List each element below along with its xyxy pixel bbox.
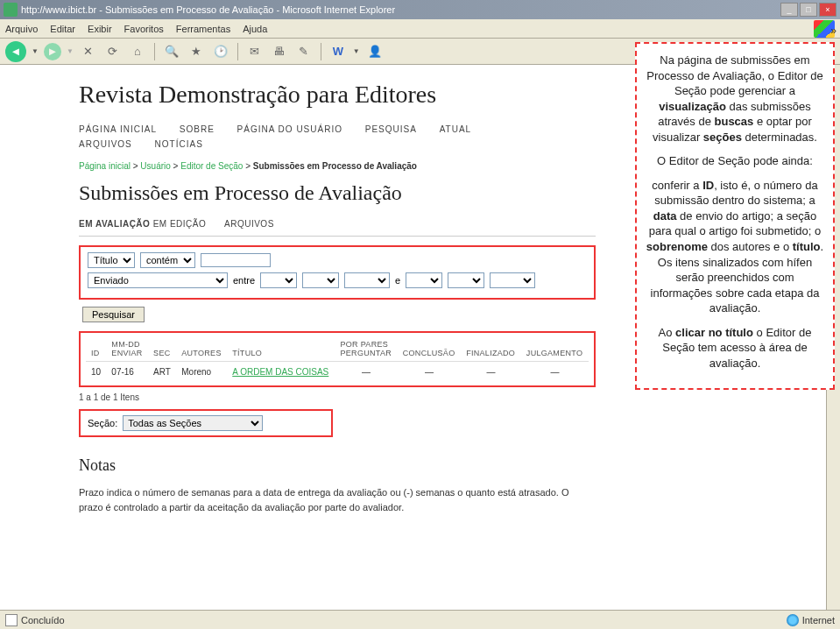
th-enviar: MM-DDENVIAR bbox=[106, 336, 148, 362]
th-autores: AUTORES bbox=[176, 336, 227, 362]
word-button[interactable]: W bbox=[328, 42, 348, 61]
breadcrumb-usuario[interactable]: Usuário bbox=[140, 161, 170, 171]
status-text: Concluído bbox=[21, 615, 65, 625]
fwd-dropdown-icon[interactable]: ▼ bbox=[67, 47, 74, 55]
date-to-month[interactable] bbox=[448, 272, 484, 288]
window-buttons: _ □ × bbox=[780, 3, 836, 17]
search-panel: Título contém Enviado entre e bbox=[79, 245, 596, 300]
word-dropdown-icon[interactable]: ▼ bbox=[353, 47, 360, 55]
window-titlebar: http://www.ibict.br - Submissões em Proc… bbox=[0, 0, 840, 19]
annotation-callout: Na página de submissões em Processo de A… bbox=[635, 42, 835, 390]
menu-arquivo[interactable]: Arquivo bbox=[5, 24, 38, 34]
label-entre: entre bbox=[233, 275, 255, 286]
ie-icon bbox=[4, 3, 18, 17]
nav-noticias[interactable]: NOTÍCIAS bbox=[155, 139, 203, 149]
statusbar: Concluído Internet bbox=[0, 610, 840, 629]
date-from-month[interactable] bbox=[302, 272, 339, 288]
refresh-button[interactable]: ⟳ bbox=[103, 42, 123, 61]
subtabs: EM AVALIAÇÃO EM EDIÇÃO ARQUIVOS bbox=[79, 219, 596, 237]
forward-button[interactable]: ► bbox=[44, 43, 61, 60]
section-label: Seção: bbox=[88, 418, 117, 428]
document-icon bbox=[5, 614, 18, 626]
top-nav-row2: ARQUIVOS NOTÍCIAS bbox=[79, 139, 596, 149]
nav-usuario[interactable]: PÁGINA DO USUÁRIO bbox=[237, 124, 342, 134]
history-button[interactable]: 🕑 bbox=[211, 42, 230, 61]
th-julgamento: JULGAMENTO bbox=[521, 336, 589, 362]
menubar: Arquivo Editar Exibir Favoritos Ferramen… bbox=[0, 19, 840, 39]
menu-ferramentas[interactable]: Ferramentas bbox=[176, 24, 230, 34]
nav-arquivos[interactable]: ARQUIVOS bbox=[79, 139, 132, 149]
nav-sobre[interactable]: SOBRE bbox=[180, 124, 215, 134]
page-title: Submissões em Processo de Avaliação bbox=[79, 181, 596, 205]
nav-pesquisa[interactable]: PESQUISA bbox=[365, 124, 417, 134]
menu-editar[interactable]: Editar bbox=[50, 24, 75, 34]
date-from-day[interactable] bbox=[260, 272, 297, 288]
notas-heading: Notas bbox=[79, 456, 596, 475]
site-title: Revista Demonstração para Editores bbox=[79, 81, 596, 109]
cell-finalizado: — bbox=[461, 362, 521, 383]
th-pares: POR PARESPERGUNTAR bbox=[335, 336, 398, 362]
results-table-box: ID MM-DDENVIAR SEC AUTORES TÍTULO POR PA… bbox=[79, 331, 596, 387]
globe-icon bbox=[787, 614, 799, 626]
search-match-select[interactable]: contém bbox=[140, 252, 195, 268]
edit-button[interactable]: ✎ bbox=[294, 42, 314, 61]
date-to-year[interactable] bbox=[490, 272, 535, 288]
th-id: ID bbox=[86, 336, 106, 362]
cell-autores: Moreno bbox=[176, 362, 227, 383]
cell-sec: ART bbox=[148, 362, 176, 383]
print-button[interactable]: 🖶 bbox=[270, 42, 289, 61]
notas-text: Prazo indica o número de semanas para a … bbox=[79, 485, 596, 514]
tab-arquivos[interactable]: ARQUIVOS bbox=[224, 219, 274, 229]
back-dropdown-icon[interactable]: ▼ bbox=[32, 47, 39, 55]
toolbar-separator bbox=[154, 43, 155, 60]
section-select[interactable]: Todas as Seções bbox=[123, 415, 263, 431]
cell-id: 10 bbox=[86, 362, 106, 383]
pager-text: 1 a 1 de 1 Itens bbox=[79, 392, 596, 402]
breadcrumb-home[interactable]: Página inicial bbox=[79, 161, 131, 171]
date-to-day[interactable] bbox=[406, 272, 442, 288]
cell-enviar: 07-16 bbox=[106, 362, 148, 383]
zone-text: Internet bbox=[802, 615, 835, 625]
date-from-year[interactable] bbox=[344, 272, 390, 288]
breadcrumb-current: Submissões em Processo de Avaliação bbox=[253, 161, 417, 171]
stop-button[interactable]: ✕ bbox=[79, 42, 98, 61]
top-nav: PÁGINA INICIAL SOBRE PÁGINA DO USUÁRIO P… bbox=[79, 124, 596, 134]
cell-julgamento: — bbox=[521, 362, 589, 383]
menu-ajuda[interactable]: Ajuda bbox=[243, 24, 267, 34]
table-row: 10 07-16 ART Moreno A ORDEM DAS COISAS —… bbox=[86, 362, 589, 383]
cell-pares: — bbox=[335, 362, 398, 383]
toolbar-separator bbox=[321, 43, 321, 60]
tab-avaliacao[interactable]: EM AVALIAÇÃO bbox=[79, 219, 150, 229]
nav-atual[interactable]: ATUAL bbox=[440, 124, 472, 134]
cell-titulo-link[interactable]: A ORDEM DAS COISAS bbox=[232, 367, 328, 377]
th-conclusao: CONCLUSÃO bbox=[398, 336, 461, 362]
maximize-button[interactable]: □ bbox=[800, 3, 817, 17]
search-text-input[interactable] bbox=[201, 253, 271, 267]
back-button[interactable]: ◄ bbox=[5, 41, 26, 62]
label-e: e bbox=[395, 275, 400, 286]
results-table: ID MM-DDENVIAR SEC AUTORES TÍTULO POR PA… bbox=[86, 336, 589, 382]
breadcrumb: Página inicial > Usuário > Editor de Seç… bbox=[79, 161, 596, 171]
search-button[interactable]: Pesquisar bbox=[82, 307, 145, 322]
menu-exibir[interactable]: Exibir bbox=[88, 24, 112, 34]
menu-favoritos[interactable]: Favoritos bbox=[124, 24, 164, 34]
chevron-right-icon[interactable]: » bbox=[830, 25, 836, 37]
tab-edicao[interactable]: EM EDIÇÃO bbox=[153, 219, 207, 229]
search-button[interactable]: 🔍 bbox=[162, 42, 181, 61]
search-field-select[interactable]: Título bbox=[88, 252, 135, 268]
messenger-button[interactable]: 👤 bbox=[365, 42, 385, 61]
search-status-select[interactable]: Enviado bbox=[88, 272, 228, 288]
toolbar-separator bbox=[237, 43, 238, 60]
th-sec: SEC bbox=[148, 336, 176, 362]
th-titulo: TÍTULO bbox=[227, 336, 335, 362]
section-filter: Seção: Todas as Seções bbox=[79, 409, 333, 437]
close-button[interactable]: × bbox=[819, 3, 836, 17]
minimize-button[interactable]: _ bbox=[780, 3, 798, 17]
favorites-button[interactable]: ★ bbox=[187, 42, 206, 61]
window-title: http://www.ibict.br - Submissões em Proc… bbox=[21, 4, 780, 15]
cell-conclusao: — bbox=[398, 362, 461, 383]
home-button[interactable]: ⌂ bbox=[128, 42, 147, 61]
breadcrumb-editor[interactable]: Editor de Seção bbox=[180, 161, 243, 171]
nav-home[interactable]: PÁGINA INICIAL bbox=[79, 124, 157, 134]
mail-button[interactable]: ✉ bbox=[245, 42, 265, 61]
